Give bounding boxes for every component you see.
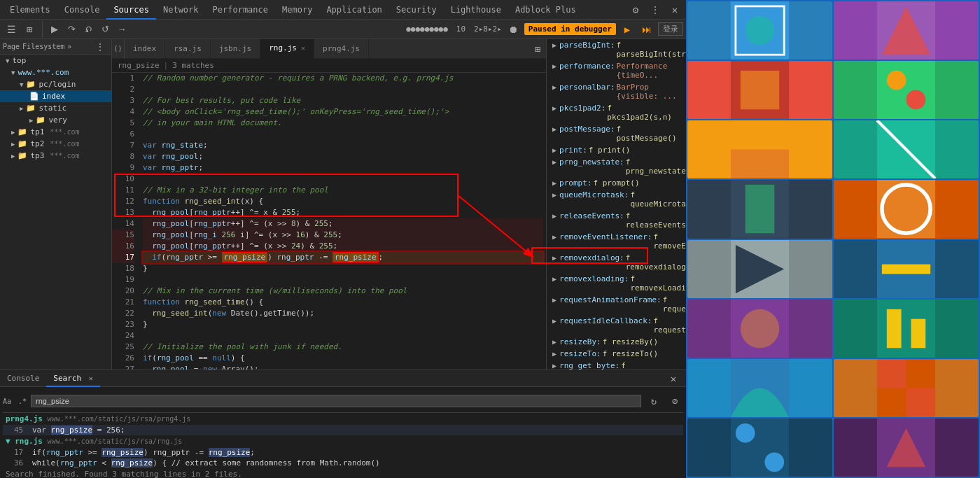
search-clear-icon[interactable]: ⊘ xyxy=(666,393,683,409)
tab-editor-prng4js[interactable]: prng4.js xyxy=(314,39,369,59)
thumb-15 xyxy=(687,419,832,477)
tab-editor-jsbnjs[interactable]: jsbn.js xyxy=(211,39,260,59)
search-input-row: Aa .* ↻ ⊘ xyxy=(3,390,683,413)
bottom-tab-search[interactable]: Search ✕ xyxy=(46,370,99,387)
search-result-prng4[interactable]: prng4.js www.***.com/static/js/rsa/prng4… xyxy=(3,413,683,425)
tree-very-label: very xyxy=(48,115,67,125)
svg-rect-24 xyxy=(882,264,930,274)
tree-item-tp3[interactable]: ▶ 📁 tp3 ***.com xyxy=(0,150,111,162)
search-match-rng-17[interactable]: 17 if(rng_pptr >= rng_psize) rng_pptr -=… xyxy=(3,447,683,458)
tree-item-very[interactable]: ▶ 📁 very xyxy=(0,114,111,126)
svg-rect-9 xyxy=(741,71,779,109)
search-regex-toggle[interactable]: .* xyxy=(18,398,27,405)
tab-console[interactable]: Console xyxy=(57,0,107,20)
scope-removexdialog[interactable]: ▶removexdialog: f removexdialog() xyxy=(547,252,686,273)
tree-item-tp2[interactable]: ▶ 📁 tp2 ***.com xyxy=(0,138,111,150)
register-btn[interactable]: 登录 xyxy=(658,22,683,36)
svg-point-35 xyxy=(736,423,755,443)
tree-tp3-label: tp3 xyxy=(30,151,44,160)
editor-split-icon[interactable]: ⊞ xyxy=(529,41,546,57)
step-into-btn[interactable]: ↺ xyxy=(80,22,96,37)
scope-parseBigInt[interactable]: ▶parseBigInt: f parseBigInt(str,... xyxy=(547,39,686,60)
scope-removexloading[interactable]: ▶removexloading: f removexLoadin... xyxy=(547,273,686,294)
scope-print[interactable]: ▶print: f print() xyxy=(547,144,686,156)
svg-rect-33 xyxy=(906,388,936,417)
scope-prng-newstate[interactable]: ▶prng_newstate: f prng_newstate() xyxy=(547,156,686,177)
search-status: Search finished. Found 3 matching lines … xyxy=(3,468,683,478)
tab-editor-rngjs[interactable]: rng.js ✕ xyxy=(260,39,314,59)
editor-nav-icon[interactable]: ⟨⟩ xyxy=(113,45,122,52)
record-icon[interactable]: ⏺ xyxy=(505,21,522,38)
search-refresh-icon[interactable]: ↻ xyxy=(645,393,662,409)
tree-index-label: index xyxy=(42,92,65,101)
tab-editor-rsajs[interactable]: rsa.js xyxy=(165,39,211,59)
thumb-4 xyxy=(834,61,979,119)
scope-pkcs1pad2[interactable]: ▶pkcs1pad2: f pkcs1pad2(s,n) xyxy=(547,102,686,123)
search-match-rng-36[interactable]: 36 while(rng_pptr < rng_psize) { // extr… xyxy=(3,458,683,468)
tree-tp2-label: tp2 xyxy=(30,139,44,148)
scope-requestAnimFrame[interactable]: ▶requestAnimationFrame: f reques... xyxy=(547,294,686,315)
thumb-2 xyxy=(834,1,979,59)
settings-icon[interactable]: ⚙ xyxy=(627,1,644,18)
bottom-tab-console[interactable]: Console xyxy=(0,370,46,387)
close-devtools-icon[interactable]: ✕ xyxy=(666,1,683,18)
tab-lighthouse[interactable]: Lighthouse xyxy=(444,0,508,20)
tree-item-pclogin[interactable]: ▼ 📁 pc/login xyxy=(0,78,111,90)
toggle-panel-icon[interactable]: ⊞ xyxy=(21,21,38,38)
tab-adblock[interactable]: Adblock Plus xyxy=(508,0,583,20)
resume-btn[interactable]: ▶ xyxy=(47,22,62,37)
scope-queueMicrotask[interactable]: ▶queueMicrotask: f queueMicrotas... xyxy=(547,189,686,210)
bottom-tabs: Console Search ✕ ✕ xyxy=(0,370,686,387)
scope-postMessage[interactable]: ▶postMessage: f postMessage() xyxy=(547,123,686,144)
tab-editor-index[interactable]: index xyxy=(125,39,165,59)
tab-sources[interactable]: Sources xyxy=(106,0,156,20)
tree-item-domain1[interactable]: ▼ www.***.com xyxy=(0,66,111,78)
scope-releaseEvents[interactable]: ▶releaseEvents: f releaseEvents() xyxy=(547,210,686,231)
tab-application[interactable]: Application xyxy=(319,0,388,20)
tree-item-static[interactable]: ▶ 📁 static xyxy=(0,102,111,114)
thumb-6 xyxy=(834,120,979,178)
editor-tabs: ⟨⟩ index rsa.js jsbn.js rng.js ✕ prng4.j… xyxy=(112,39,546,59)
close-rngjs-icon[interactable]: ✕ xyxy=(301,38,305,58)
scope-removeEventListener[interactable]: ▶removeEventListener: f removeEv... xyxy=(547,231,686,252)
tab-memory[interactable]: Memory xyxy=(275,0,319,20)
expand-icon-tp3: ▶ xyxy=(11,153,15,160)
search-result-rngjs[interactable]: ▼ rng.js www.***.com/static/js/rsa/rng.j… xyxy=(3,435,683,447)
scope-prompt[interactable]: ▶prompt: f prompt() xyxy=(547,177,686,189)
close-search-tab-icon[interactable]: ✕ xyxy=(89,374,93,382)
bottom-close-icon[interactable]: ✕ xyxy=(665,370,682,387)
toggle-file-tree-icon[interactable]: ☰ xyxy=(3,21,20,38)
expand-icon-very: ▶ xyxy=(29,117,33,124)
more-icon[interactable]: ⋮ xyxy=(647,1,664,18)
scope-requestIdleCallback[interactable]: ▶requestIdleCallback: f requestI... xyxy=(547,315,686,336)
debugger-controls-row: ☰ ⊞ ▶ ↷ ↺ ↺ → ●●●●●●●●● 10 2▸8▸2▸ ⏺ Paus… xyxy=(0,20,686,39)
thumb-9 xyxy=(687,240,832,298)
scope-resizeTo[interactable]: ▶resizeTo: f resizeTo() xyxy=(547,348,686,360)
tab-elements[interactable]: Elements xyxy=(3,0,57,20)
search-bottom-input[interactable] xyxy=(31,395,641,407)
thumb-16 xyxy=(834,419,979,477)
thumb-12 xyxy=(834,300,979,358)
file-tree-more-icon[interactable]: ⋮ xyxy=(92,39,108,55)
play-icon[interactable]: ▶ xyxy=(619,21,636,38)
folder-icon-tp3: 📁 xyxy=(18,151,27,160)
breadcrumb-bar: rng_psize | 3 matches xyxy=(112,59,546,73)
tree-item-top[interactable]: ▼ top xyxy=(0,55,111,66)
scope-personalbar[interactable]: ▶personalbar: BarProp {visible: ... xyxy=(547,81,686,102)
tree-item-tp1[interactable]: ▶ 📁 tp1 ***.com xyxy=(0,126,111,138)
step-over-btn[interactable]: ↷ xyxy=(64,22,79,37)
scope-resizeBy[interactable]: ▶resizeBy: f resizeBy() xyxy=(547,336,686,348)
tab-performance[interactable]: Performance xyxy=(206,0,275,20)
tree-static-label: static xyxy=(38,104,66,113)
step-btn[interactable]: → xyxy=(114,22,130,37)
tab-security[interactable]: Security xyxy=(389,0,444,20)
search-match-prng4-45[interactable]: 45 var rng_psize = 256; xyxy=(3,425,683,435)
scope-performance[interactable]: ▶performance: Performance {timeO... xyxy=(547,60,686,81)
tree-item-index[interactable]: 📄 index xyxy=(0,90,111,102)
step-forward-icon[interactable]: ⏭ xyxy=(638,21,655,38)
thumb-14 xyxy=(834,359,979,417)
tab-network[interactable]: Network xyxy=(156,0,206,20)
step-out-btn[interactable]: ↺ xyxy=(97,22,113,37)
tree-tp1-url: ***.com xyxy=(50,128,79,136)
svg-rect-19 xyxy=(877,180,935,238)
